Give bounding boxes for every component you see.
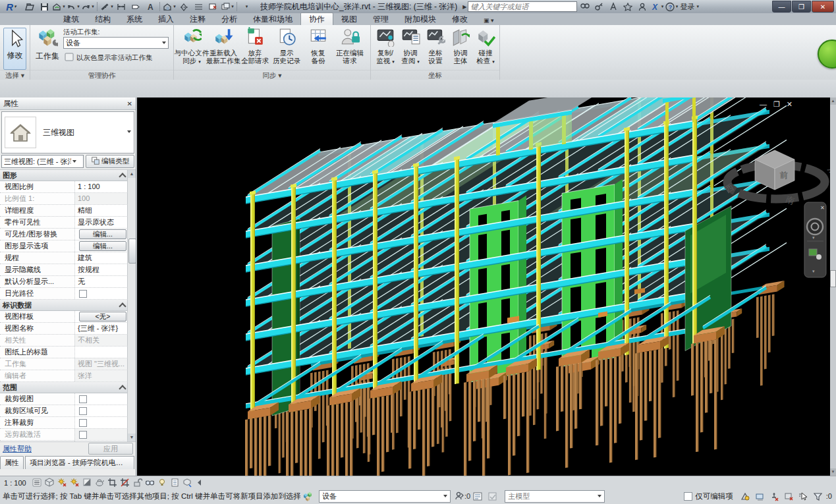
drag-elements-on-selection-icon[interactable] [796,490,811,502]
ribbon-button-coordination-review[interactable]: 协调查阅 ▾ [398,26,423,69]
instance-selector-dropdown[interactable]: 三维视图: (三维 - 张洋) [1,155,84,168]
view-close-icon[interactable]: ✕ [787,100,793,109]
type-selector[interactable]: 三维视图 [1,111,134,154]
undo-icon[interactable]: ▾ [67,1,80,13]
sun-path-icon[interactable] [57,478,68,488]
property-value[interactable]: 编辑... [74,229,128,240]
temporary-view-properties-icon[interactable] [169,478,181,488]
property-value[interactable]: 无 [74,276,128,287]
show-crop-region-icon[interactable] [119,478,130,488]
select-links-icon[interactable] [738,490,753,502]
worksets-button[interactable]: 工作集 [34,28,61,69]
redo-icon[interactable]: ▾ [81,1,94,13]
properties-scrollbar[interactable]: ▲ ▼ [127,170,136,441]
property-value[interactable]: 编辑... [74,240,128,252]
crop-view-icon[interactable] [107,478,118,488]
unlocked-view-icon[interactable] [132,478,143,488]
canvas-scrollbar[interactable]: ▲ ▼ [830,98,836,476]
view-scale-button[interactable]: 1 : 100 [4,479,26,487]
property-value[interactable] [74,405,128,416]
property-value[interactable]: 1 : 100 [74,181,128,192]
property-value[interactable]: <无> [74,311,128,322]
ribbon-button-show-history[interactable]: 显示历史记录 [271,26,302,69]
displace-elements-icon[interactable] [182,478,193,488]
property-checkbox[interactable] [79,407,87,415]
ribbon-tab-3[interactable]: 插入 [150,13,182,25]
relinquish-status-icon[interactable] [485,490,499,502]
ribbon-button-coordinates[interactable]: 坐标设置 [423,26,448,69]
property-group-2[interactable]: 范围 [0,382,136,393]
rendering-dialog-icon[interactable] [94,478,105,488]
property-value[interactable] [74,417,128,428]
sign-in-icon[interactable] [636,1,649,12]
select-elements-by-face-icon[interactable] [782,490,796,502]
property-edit-button[interactable]: 编辑... [79,229,126,239]
subscription-center-icon[interactable] [592,1,605,12]
property-group-0[interactable]: 图形 [0,170,136,181]
property-value[interactable]: 显示原状态 [74,217,128,228]
detail-level-icon[interactable] [32,478,43,488]
ribbon-button-restore-backup[interactable]: 恢复备份 [302,26,334,69]
ribbon-tab-2[interactable]: 系统 [119,13,150,25]
ribbon-button-relinquish-all[interactable]: 放弃全部请求 [239,26,271,69]
ribbon-button-sync-central[interactable]: 与中心文件同步 ▾ [176,26,208,69]
ribbon-button-coordination-host[interactable]: 协调主体 [448,26,473,69]
sync-with-central-icon[interactable]: ▾ [52,1,65,13]
active-workset-dropdown[interactable]: 设备 [63,37,169,49]
communication-center-badge[interactable] [818,40,836,69]
ribbon-button-reload-latest[interactable]: 重新载入最新工作集 [208,26,239,69]
text-icon[interactable]: A [144,1,157,13]
ribbon-tab-11[interactable]: 修改 [444,13,476,25]
ribbon-tab-1[interactable]: 结构 [87,13,119,25]
ribbon-tab-8[interactable]: 视图 [333,13,365,25]
panel-label-synchronize[interactable]: 同步 ▾ [174,70,370,80]
keyword-search-input[interactable] [468,1,577,12]
edit-type-button[interactable]: 编辑类型 [86,155,134,168]
close-hidden-windows-icon[interactable] [206,1,219,13]
property-edit-button[interactable]: 编辑... [79,241,126,251]
palette-tab-1[interactable]: 项目浏览器 - 技师学院机电培训... [25,456,134,469]
property-checkbox[interactable] [79,290,87,298]
sign-in-dropdown-icon[interactable]: ▾ [696,4,699,9]
active-design-option-dropdown[interactable]: 主模型 [505,490,605,503]
active-workset-status-dropdown[interactable]: 设备 [319,490,451,503]
property-value[interactable]: 按规程 [74,264,128,275]
switch-windows-icon[interactable]: ▾ [221,1,234,13]
ribbon-button-interference-check[interactable]: 碰撞检查 ▾ [473,26,498,69]
aligned-dimension-icon[interactable] [115,1,128,13]
ribbon-tab-4[interactable]: 注释 [182,13,213,25]
property-checkbox[interactable] [79,395,87,403]
ribbon-tab-10[interactable]: 附加模块 [397,13,444,25]
temporary-hide-isolate-icon[interactable] [144,478,155,488]
exchange-apps-icon[interactable]: X▾ [650,1,663,12]
restore-button[interactable]: ❐ [792,1,811,13]
3d-view-canvas[interactable]: — ❐ ✕ 前 西 南 东 ✕ ▾ ▾ ▲ ▼ [137,98,836,476]
toolbar-customize-icon[interactable]: ▾ [240,1,253,13]
open-icon[interactable] [23,1,36,13]
ribbon-button-copy-monitor[interactable]: 复制/监视 ▾ [373,26,398,69]
property-value[interactable]: 精细 [74,205,128,216]
apply-button[interactable]: 应用 [88,443,133,455]
property-value[interactable] [74,288,128,299]
collapse-icon[interactable] [194,478,206,488]
application-menu-button[interactable]: R▾ [0,0,22,13]
property-checkbox[interactable] [79,419,87,427]
tag-by-category-icon[interactable] [129,1,142,13]
shadows-icon[interactable] [82,478,93,488]
view-restore-icon[interactable]: ❐ [773,100,780,109]
search-icon[interactable] [578,1,591,12]
select-pinned-elements-icon[interactable] [767,490,782,502]
ribbon-display-toggle[interactable]: ▣ ▾ [481,16,497,25]
property-value[interactable]: 建筑 [74,252,128,264]
thin-lines-icon[interactable] [192,1,205,13]
editing-requests-indicator[interactable]: :0 [455,491,470,502]
filter-icon[interactable] [811,490,825,502]
search-go-icon[interactable]: ▶ [462,4,466,10]
property-value[interactable] [74,441,128,441]
reveal-hidden-elements-icon[interactable] [157,478,168,488]
help-icon[interactable]: ?▾ [665,1,678,12]
panel-label-select[interactable]: 选择 ▾ [0,70,30,80]
design-options-icon[interactable] [470,490,485,502]
ribbon-tab-7[interactable]: 协作 [300,13,333,25]
property-value[interactable]: {三维 - 张洋} [74,323,128,334]
